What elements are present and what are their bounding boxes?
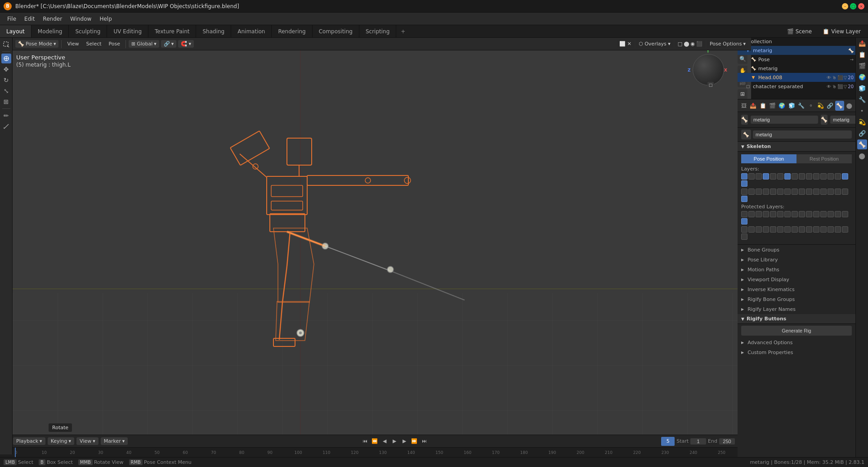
layer-dot-22[interactable]: [777, 189, 783, 195]
layer-dot-18[interactable]: [748, 189, 755, 195]
tl-view-dropdown[interactable]: View ▾: [76, 437, 98, 445]
metarig-name-input[interactable]: [753, 130, 852, 139]
tab-texture-paint[interactable]: Texture Paint: [148, 25, 196, 37]
pose-options-btn[interactable]: Pose Options ▾: [707, 40, 748, 48]
outliner-pose[interactable]: 🦴 Pose →: [738, 55, 855, 64]
layer-dot-13[interactable]: [828, 173, 834, 180]
custom-properties-item[interactable]: ▶ Custom Properties: [738, 347, 855, 357]
prot-dot-17[interactable]: [741, 226, 747, 233]
skeleton-section-header[interactable]: ▼ Skeleton: [738, 142, 855, 152]
view-menu[interactable]: View: [64, 40, 81, 48]
toolbar-move[interactable]: ✥: [1, 64, 11, 74]
prot-dot-19[interactable]: [756, 226, 762, 233]
prot-dot-9[interactable]: [799, 211, 805, 217]
jump-prev-key-btn[interactable]: ⏪: [371, 437, 379, 445]
prot-dot-20[interactable]: [763, 226, 769, 233]
toolbar-cursor[interactable]: [1, 54, 11, 63]
toolbar-transform[interactable]: ⊞: [1, 97, 11, 107]
prot-dot-1[interactable]: [741, 211, 747, 217]
layer-dot-17[interactable]: [741, 189, 747, 195]
obj-name-input-1[interactable]: [751, 116, 818, 124]
pose-menu[interactable]: Pose: [106, 40, 123, 48]
toolbar-rotate[interactable]: ↻: [1, 75, 11, 85]
prot-dot-16[interactable]: [741, 218, 747, 225]
prop-output-icon[interactable]: 📤: [749, 101, 757, 111]
rigify-bone-groups-item[interactable]: ▶ Rigify Bone Groups: [738, 294, 855, 304]
advanced-options-item[interactable]: ▶ Advanced Options: [738, 337, 855, 347]
layer-dot-25[interactable]: [799, 189, 805, 195]
prop-object-icon[interactable]: 🧊: [787, 101, 796, 111]
menu-window[interactable]: Window: [67, 14, 95, 23]
generate-rig-button[interactable]: Generate Rig: [741, 326, 852, 336]
prot-dot-14[interactable]: [835, 211, 841, 217]
outliner-metarig[interactable]: ▼ metarig 🦴: [738, 46, 855, 55]
prot-dot-5[interactable]: [770, 211, 776, 217]
prop-physics-icon[interactable]: 💫: [816, 101, 825, 111]
step-fwd-btn[interactable]: ▶: [400, 437, 408, 445]
layer-dot-30[interactable]: [835, 189, 841, 195]
jump-next-key-btn[interactable]: ⏩: [410, 437, 418, 445]
motion-paths-item[interactable]: ▶ Motion Paths: [738, 265, 855, 274]
toolbar-measure[interactable]: [1, 121, 11, 131]
overlays-toggle[interactable]: ⬡ Overlays ▾: [636, 40, 673, 48]
outliner-head[interactable]: ▼ Head.008 👁 🖱 ⬛ ▽ 20: [738, 73, 855, 82]
obj-icon-right[interactable]: 🦴: [821, 115, 828, 125]
start-frame-input[interactable]: [690, 438, 706, 445]
snap-settings[interactable]: 🧲 ▾: [178, 40, 194, 48]
nav-gizmo-container[interactable]: X Y Z □: [693, 54, 729, 90]
prot-dot-11[interactable]: [813, 211, 819, 217]
layer-dot-28[interactable]: [820, 189, 827, 195]
obj-icon-left[interactable]: 🦴: [741, 115, 748, 125]
layer-dot-11[interactable]: [813, 173, 819, 180]
menu-file[interactable]: File: [4, 14, 20, 23]
toolbar-select-box[interactable]: [1, 40, 11, 49]
prop-tab-constraints[interactable]: 🔗: [857, 128, 867, 138]
jump-end-btn[interactable]: ⏭: [420, 437, 428, 445]
view-layer-selector[interactable]: 📋 View Layer: [819, 28, 864, 35]
rigify-buttons-header[interactable]: ▼ Rigify Buttons: [738, 314, 855, 324]
prop-tab-physics[interactable]: 💫: [857, 117, 867, 127]
pose-position-btn[interactable]: Pose Position: [741, 154, 796, 163]
prot-dot-21[interactable]: [770, 226, 776, 233]
pose-library-item[interactable]: ▶ Pose Library: [738, 255, 855, 265]
prot-dot-13[interactable]: [828, 211, 834, 217]
prop-tab-object[interactable]: 🧊: [857, 83, 867, 93]
prop-tab-scene[interactable]: 🎬: [857, 61, 867, 71]
tab-compositing[interactable]: Compositing: [313, 25, 359, 37]
rest-position-btn[interactable]: Rest Position: [796, 154, 852, 163]
layer-dot-14[interactable]: [835, 173, 841, 180]
add-workspace-button[interactable]: +: [396, 25, 410, 37]
prop-render-icon[interactable]: 🖼: [739, 101, 748, 111]
tab-modeling[interactable]: Modeling: [31, 25, 69, 37]
playback-dropdown[interactable]: Playback ▾: [13, 437, 45, 445]
menu-edit[interactable]: Edit: [21, 14, 38, 23]
tab-shading[interactable]: Shading: [196, 25, 231, 37]
layer-dot-31[interactable]: [842, 189, 848, 195]
outliner-metarig2[interactable]: 🦴 metarig: [738, 64, 855, 73]
prop-tab-viewlayer[interactable]: 📋: [857, 49, 867, 59]
layer-dot-19[interactable]: [756, 189, 762, 195]
prot-dot-18[interactable]: [748, 226, 755, 233]
transform-orientation[interactable]: ⊞ Global ▾: [129, 40, 159, 48]
nav-gizmo[interactable]: X Y Z: [693, 54, 724, 85]
layer-dot-12[interactable]: [820, 173, 827, 180]
prop-modifier-icon[interactable]: 🔧: [797, 101, 805, 111]
layer-dot-6[interactable]: [777, 173, 783, 180]
inverse-kin-item[interactable]: ▶ Inverse Kinematics: [738, 284, 855, 294]
toolbar-scale[interactable]: ⤡: [1, 86, 11, 96]
prot-dot-15[interactable]: [842, 211, 848, 217]
metarig-lock-icon[interactable]: 🦴: [741, 130, 751, 139]
scene-selector[interactable]: 🎬 Scene: [783, 28, 816, 35]
end-frame-input[interactable]: [719, 438, 735, 445]
prop-tab-output[interactable]: 📤: [857, 38, 867, 48]
prot-dot-6[interactable]: [777, 211, 783, 217]
step-back-btn[interactable]: ◀: [380, 437, 389, 445]
layer-dot-4[interactable]: [763, 173, 769, 180]
prop-particles-icon[interactable]: ⚬: [806, 101, 815, 111]
prot-dot-29[interactable]: [828, 226, 834, 233]
layer-dot-7[interactable]: [784, 173, 791, 180]
tab-uv-editing[interactable]: UV Editing: [107, 25, 148, 37]
prot-dot-32[interactable]: [741, 234, 747, 240]
obj-name-input-2[interactable]: [830, 116, 855, 124]
select-menu[interactable]: Select: [84, 40, 104, 48]
